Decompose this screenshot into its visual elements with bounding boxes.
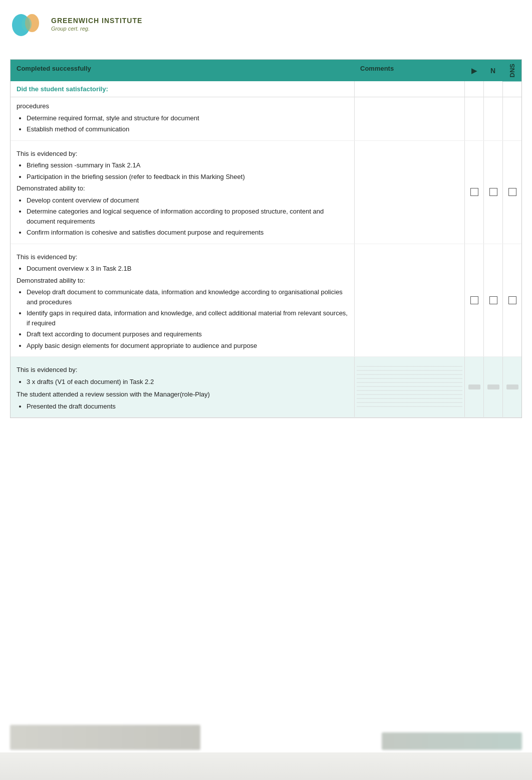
section1-check2	[483, 97, 502, 140]
col-arrow: ▶	[464, 60, 483, 81]
list-item: Confirm information is cohesive and sati…	[27, 228, 348, 238]
page-header: GREENWICH INSTITUTE Group cert. reg.	[0, 0, 532, 44]
list-item: Presented the draft documents	[27, 402, 348, 412]
list-item: Draft text according to document purpose…	[27, 329, 348, 339]
logo-text: GREENWICH INSTITUTE Group cert. reg.	[51, 17, 142, 32]
evidence-bullets-1: Briefing session -summary in Task 2.1A P…	[17, 160, 348, 181]
footer-right-blurred	[382, 732, 522, 750]
list-item: Document overview x 3 in Task 2.1B	[27, 264, 348, 274]
section2-check3	[502, 141, 521, 244]
demonstrated-bullets-2: Develop draft document to communicate da…	[17, 287, 348, 350]
list-item: Determine categories and logical sequenc…	[27, 207, 348, 226]
presented-bullets: Presented the draft documents	[17, 402, 348, 412]
section1-check3	[502, 97, 521, 140]
table-row: This is evidenced by: Document overview …	[11, 244, 521, 357]
evidence-bullets-2: Document overview x 3 in Task 2.1B	[17, 264, 348, 274]
svg-point-2	[22, 17, 32, 31]
logo-icon	[10, 9, 45, 39]
subheader-check3	[502, 81, 521, 97]
section3-comments	[354, 244, 464, 357]
section4-content: This is evidenced by: 3 x drafts (V1 of …	[11, 357, 354, 417]
list-item: Develop draft document to communicate da…	[27, 287, 348, 307]
logo-line2: Group cert. reg.	[51, 26, 142, 32]
subheader-check2	[483, 81, 502, 97]
evidenced-label-2: This is evidenced by:	[17, 252, 348, 262]
list-item: Establish method of communication	[27, 124, 348, 134]
checkbox[interactable]	[470, 296, 478, 304]
section3-check3	[502, 244, 521, 357]
section2-content: This is evidenced by: Briefing session -…	[11, 141, 354, 244]
table-subheader: Did the student satisfactorily:	[11, 81, 521, 97]
list-item: Identify gaps in required data, informat…	[27, 308, 348, 328]
evidenced-label-1: This is evidenced by:	[17, 149, 348, 159]
table-row: procedures Determine required format, st…	[11, 97, 521, 141]
section1-bullets: Determine required format, style and str…	[17, 113, 348, 134]
logo-line1: GREENWICH INSTITUTE	[51, 17, 142, 25]
section4-comments	[354, 357, 464, 417]
list-item: Develop content overview of document	[27, 196, 348, 206]
review-session-text: The student attended a review session wi…	[17, 389, 348, 400]
subheader-check1	[464, 81, 483, 97]
demonstrated-label-2: Demonstrated ability to:	[17, 276, 348, 286]
list-item: Participation in the briefing session (r…	[27, 172, 348, 182]
section2-comments	[354, 141, 464, 244]
list-item: Briefing session -summary in Task 2.1A	[27, 160, 348, 170]
list-item: Determine required format, style and str…	[27, 113, 348, 123]
demonstrated-label-1: Demonstrated ability to:	[17, 183, 348, 193]
footer-area	[0, 715, 532, 780]
col-comments: Comments	[354, 60, 464, 81]
table-header: Completed successfully Comments ▶ N DNS	[11, 60, 521, 81]
list-item: 3 x drafts (V1 of each document) in Task…	[27, 377, 348, 387]
section3-check2	[483, 244, 502, 357]
footer-left-blurred	[10, 725, 200, 750]
assessment-table: Completed successfully Comments ▶ N DNS …	[10, 59, 522, 418]
section4-check2	[483, 357, 502, 417]
checkbox[interactable]	[489, 296, 497, 304]
section1-comments	[354, 97, 464, 140]
subheader-comments-empty	[354, 81, 464, 97]
col-n: N	[483, 60, 502, 81]
section1-content: procedures Determine required format, st…	[11, 97, 354, 140]
procedures-text: procedures	[17, 102, 49, 110]
checkbox[interactable]	[489, 188, 497, 196]
footer-bottom	[0, 752, 532, 780]
table-row: This is evidenced by: 3 x drafts (V1 of …	[11, 357, 521, 418]
section4-check1	[464, 357, 483, 417]
section4-check3	[502, 357, 521, 417]
checkbox[interactable]	[508, 296, 516, 304]
list-item: Apply basic design elements for document…	[27, 341, 348, 351]
checkbox[interactable]	[508, 188, 516, 196]
col-completed: Completed successfully	[11, 60, 354, 81]
section3-check1	[464, 244, 483, 357]
subheader-label: Did the student satisfactorily:	[11, 81, 354, 97]
demonstrated-bullets-1: Develop content overview of document Det…	[17, 196, 348, 238]
section2-check2	[483, 141, 502, 244]
section3-content: This is evidenced by: Document overview …	[11, 244, 354, 357]
checkbox[interactable]	[470, 188, 478, 196]
evidence-bullets-3: 3 x drafts (V1 of each document) in Task…	[17, 377, 348, 387]
evidenced-label-3: This is evidenced by:	[17, 365, 348, 375]
col-dns: DNS	[502, 60, 521, 81]
section2-check1	[464, 141, 483, 244]
table-row: This is evidenced by: Briefing session -…	[11, 141, 521, 244]
section1-check1	[464, 97, 483, 140]
